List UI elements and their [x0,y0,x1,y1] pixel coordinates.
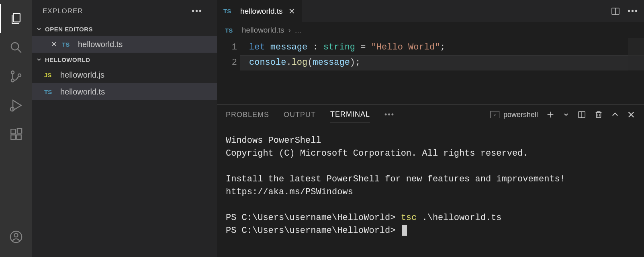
chevron-down-icon [35,25,43,33]
line-number: 1 [217,40,237,55]
editor-tab[interactable]: TShelloworld.ts✕ [217,0,302,22]
svg-point-1 [11,43,18,50]
svg-line-2 [18,49,21,53]
ts-badge-icon: TS [223,8,236,14]
editor-more-icon[interactable]: ••• [628,6,638,16]
shell-icon: › [491,111,499,118]
activity-explorer[interactable] [0,4,32,33]
svg-point-7 [10,107,14,111]
panel-tabs: PROBLEMS OUTPUT TERMINAL ••• › powershel… [217,105,644,125]
svg-point-13 [14,233,18,237]
open-editors-section[interactable]: OPEN EDITORS [32,22,217,36]
shell-name: powershell [503,111,538,119]
svg-rect-0 [13,13,20,22]
terminal-output[interactable]: Windows PowerShellCopyright (C) Microsof… [217,125,644,257]
open-editor-item[interactable]: ✕TShelloworld.ts [32,36,217,53]
js-badge-icon: JS [44,72,57,78]
close-icon[interactable]: ✕ [50,40,58,49]
ts-badge-icon: TS [44,88,57,95]
code-editor[interactable]: 12 let message : string = "Hello World";… [217,38,644,70]
panel-tab-output[interactable]: OUTPUT [284,107,316,123]
chevron-right-icon: › [288,26,291,35]
activity-bar [0,0,32,257]
editor-area: TShelloworld.ts✕ ••• TS helloworld.ts › … [217,0,644,257]
terminal-line: Copyright (C) Microsoft Corporation. All… [226,147,635,160]
activity-extensions[interactable] [0,120,32,149]
svg-point-5 [18,74,21,77]
bottom-panel: PROBLEMS OUTPUT TERMINAL ••• › powershel… [217,104,644,257]
terminal-line [226,160,635,173]
editor-tabs: TShelloworld.ts✕ ••• [217,0,644,22]
activity-account[interactable] [0,222,32,251]
panel-maximize-icon[interactable] [611,111,619,119]
terminal-line: Install the latest PowerShell for new fe… [226,173,635,186]
svg-rect-9 [11,135,15,139]
svg-point-3 [11,71,14,74]
close-icon[interactable]: ✕ [288,6,295,16]
file-name: helloworld.ts [78,40,123,49]
tab-label: helloworld.ts [240,7,283,16]
sidebar-more-icon[interactable]: ••• [192,6,202,16]
line-number: 2 [217,55,237,70]
folder-section[interactable]: HELLOWORLD [32,53,217,66]
breadcrumb-rest: ... [295,26,301,35]
activity-search[interactable] [0,33,32,62]
breadcrumb-file: helloworld.ts [242,26,284,35]
ts-badge-icon: TS [225,27,238,34]
svg-rect-10 [16,135,21,139]
code-lines[interactable]: let message : string = "Hello World";con… [249,40,644,70]
terminal-line: PS C:\Users\username\HelloWorld> tsc .\h… [226,212,635,224]
svg-rect-8 [11,129,15,134]
file-name: helloworld.ts [60,87,105,97]
open-editors-label: OPEN EDITORS [45,26,93,33]
trash-icon[interactable] [594,110,603,119]
file-name: helloworld.js [60,70,104,80]
new-terminal-icon[interactable] [546,110,555,119]
svg-rect-20 [597,113,601,118]
terminal-line: https://aka.ms/PSWindows [226,186,635,199]
svg-rect-11 [17,129,22,133]
explorer-sidebar: EXPLORER ••• OPEN EDITORS ✕TShelloworld.… [32,0,217,257]
sidebar-title: EXPLORER [43,7,83,15]
terminal-cursor [402,225,407,236]
svg-point-4 [11,79,14,82]
ts-badge-icon: TS [62,41,75,48]
terminal-dropdown-icon[interactable] [563,111,569,118]
chevron-down-icon [35,56,43,63]
file-item[interactable]: JShelloworld.js [32,66,217,83]
breadcrumb[interactable]: TS helloworld.ts › ... [217,22,644,38]
folder-label: HELLOWORLD [45,56,90,63]
terminal-line: Windows PowerShell [226,134,635,147]
file-item[interactable]: TShelloworld.ts [32,83,217,100]
code-line[interactable]: let message : string = "Hello World"; [249,40,644,55]
split-editor-icon[interactable] [611,6,620,16]
split-terminal-icon[interactable] [577,110,586,119]
panel-tab-problems[interactable]: PROBLEMS [226,107,269,123]
panel-tabs-more-icon[interactable]: ••• [384,107,395,123]
terminal-line [226,199,635,212]
terminal-line: PS C:\Users\username\HelloWorld> [226,224,635,237]
activity-source-control[interactable] [0,62,32,91]
terminal-shell-select[interactable]: › powershell [491,111,538,119]
code-line[interactable]: console.log(message); [249,55,644,70]
activity-run-debug[interactable] [0,91,32,120]
panel-close-icon[interactable] [627,111,635,119]
panel-tab-terminal[interactable]: TERMINAL [330,106,370,123]
sidebar-header: EXPLORER ••• [32,0,217,22]
